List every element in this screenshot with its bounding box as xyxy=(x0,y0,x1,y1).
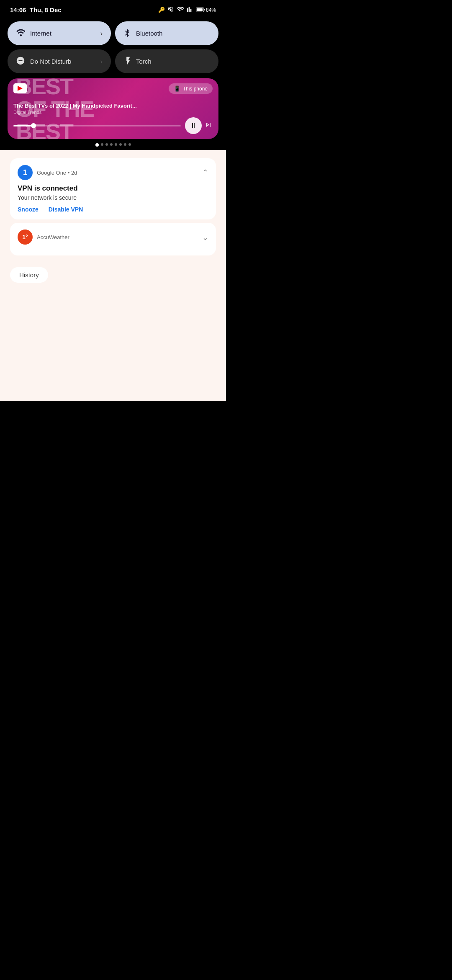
internet-chevron-icon: › xyxy=(100,30,103,37)
skip-next-button[interactable] xyxy=(204,121,213,131)
dot-3 xyxy=(105,143,108,146)
media-subtitle: Digital Trends xyxy=(13,110,213,115)
media-top-row: 📱 This phone xyxy=(13,83,213,94)
history-section: History xyxy=(5,261,221,283)
battery-icon: 84% xyxy=(196,7,216,13)
notif-collapse-google-one[interactable]: ⌃ xyxy=(202,168,208,177)
svg-rect-2 xyxy=(197,8,203,12)
status-icons: 🔑 84% xyxy=(158,6,216,14)
youtube-icon xyxy=(13,83,27,93)
bluetooth-tile-icon xyxy=(123,28,131,39)
notif-expand-accuweather[interactable]: ⌃ xyxy=(202,232,208,242)
accuweather-icon: 1° xyxy=(18,230,33,245)
notif-app-accuweather: AccuWeather xyxy=(37,234,202,240)
notification-accuweather: 1° AccuWeather ⌃ xyxy=(10,223,216,255)
notif-header-accuweather: 1° AccuWeather ⌃ xyxy=(18,230,208,245)
dot-2 xyxy=(101,143,103,146)
media-progress[interactable] xyxy=(13,121,181,130)
tile-internet-label: Internet xyxy=(30,30,51,37)
status-bar: 14:06 Thu, 8 Dec 🔑 xyxy=(0,0,226,17)
status-time-date: 14:06 Thu, 8 Dec xyxy=(10,6,62,13)
dot-6 xyxy=(119,143,122,146)
tile-bluetooth-label: Bluetooth xyxy=(136,30,162,37)
tile-dnd[interactable]: Do Not Disturb › xyxy=(8,49,111,73)
svg-point-0 xyxy=(179,10,180,11)
media-controls-row: ⏸ xyxy=(13,117,213,134)
tile-bluetooth[interactable]: Bluetooth xyxy=(115,21,218,45)
pause-button[interactable]: ⏸ xyxy=(185,117,202,134)
media-player[interactable]: BEST OF THE BEST 📱 This phone The Best T… xyxy=(8,78,218,139)
notif-snooze-button[interactable]: Snooze xyxy=(18,206,39,213)
mute-icon xyxy=(167,6,174,14)
media-content: 📱 This phone The Best TVs of 2022 | My H… xyxy=(8,78,218,139)
dnd-chevron-icon: › xyxy=(100,58,103,65)
svg-point-3 xyxy=(20,34,22,36)
google-one-icon: 1 xyxy=(18,165,33,180)
notif-title-google-one: VPN is connected xyxy=(18,184,208,193)
key-icon: 🔑 xyxy=(158,7,165,13)
dot-5 xyxy=(115,143,117,146)
notif-body-google-one: Your network is secure xyxy=(18,194,208,201)
pause-icon: ⏸ xyxy=(190,122,197,129)
progress-thumb xyxy=(31,123,36,128)
tile-dnd-label: Do Not Disturb xyxy=(30,58,71,65)
notif-actions-google-one: Snooze Disable VPN xyxy=(18,206,208,213)
progress-track xyxy=(13,125,181,126)
signal-icon xyxy=(187,6,193,14)
dnd-tile-icon xyxy=(16,56,25,67)
tile-torch[interactable]: Torch xyxy=(115,49,218,73)
media-title: The Best TVs of 2022 | My Handpicked Fav… xyxy=(13,103,164,109)
dot-1 xyxy=(95,143,99,147)
tile-torch-label: Torch xyxy=(136,58,152,65)
notification-google-one: 1 Google One • 2d ⌃ VPN is connected You… xyxy=(10,158,216,219)
dot-7 xyxy=(124,143,126,146)
notif-app-google-one: Google One • 2d xyxy=(37,170,202,176)
history-button[interactable]: History xyxy=(10,267,48,283)
notif-header-google-one: 1 Google One • 2d ⌃ xyxy=(18,165,208,180)
media-info: The Best TVs of 2022 | My Handpicked Fav… xyxy=(13,103,213,115)
this-phone-badge[interactable]: 📱 This phone xyxy=(169,83,213,94)
wifi-status-icon xyxy=(177,6,184,13)
media-dots xyxy=(0,143,226,150)
phone-icon: 📱 xyxy=(174,85,180,92)
torch-tile-icon xyxy=(123,56,131,67)
wifi-tile-icon xyxy=(16,29,25,38)
dot-8 xyxy=(128,143,131,146)
tile-internet[interactable]: Internet › xyxy=(8,21,111,45)
progress-fill xyxy=(13,125,33,126)
notif-disable-vpn-button[interactable]: Disable VPN xyxy=(49,206,83,213)
dot-4 xyxy=(110,143,113,146)
quick-tiles-grid: Internet › Bluetooth Do Not Disturb › To… xyxy=(0,17,226,77)
